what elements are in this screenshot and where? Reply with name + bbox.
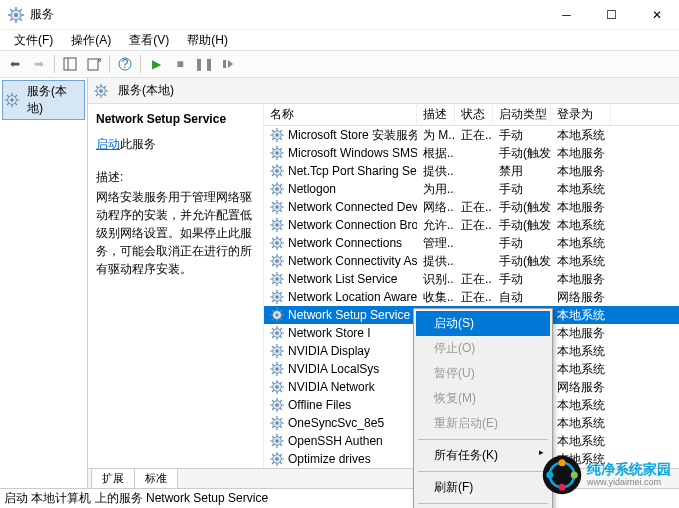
menu-help[interactable]: 帮助(H): [179, 30, 236, 51]
help-button[interactable]: ?: [114, 53, 136, 75]
menu-item: 暂停(U): [416, 361, 550, 386]
tab-extended[interactable]: 扩展: [91, 468, 135, 488]
minimize-button[interactable]: ─: [544, 0, 589, 30]
svg-point-10: [546, 472, 553, 479]
service-row[interactable]: Network List Service识别...正在...手动本地服务: [264, 270, 679, 288]
service-desc: 管理...: [417, 235, 455, 252]
start-service-button[interactable]: ▶: [145, 53, 167, 75]
selected-service-name: Network Setup Service: [96, 112, 255, 126]
service-starttype: 手动(触发...: [493, 217, 551, 234]
service-desc: 允许...: [417, 217, 455, 234]
svg-rect-4: [88, 59, 98, 70]
service-desc: 收集...: [417, 289, 455, 306]
service-desc: 网络...: [417, 199, 455, 216]
service-starttype: 手动: [493, 235, 551, 252]
service-logon: 本地系统: [551, 415, 611, 432]
start-service-link[interactable]: 启动: [96, 137, 120, 151]
menu-item: 重新启动(E): [416, 411, 550, 436]
service-logon: 本地系统: [551, 217, 611, 234]
description-text: 网络安装服务用于管理网络驱动程序的安装，并允许配置低级别网络设置。如果停止此服务…: [96, 188, 255, 278]
service-starttype: 手动: [493, 271, 551, 288]
menu-item[interactable]: 刷新(F): [416, 475, 550, 500]
service-logon: 网络服务: [551, 289, 611, 306]
service-desc: 为用...: [417, 181, 455, 198]
service-name: Network Setup Service: [288, 308, 410, 322]
navigation-pane: 服务(本地): [0, 78, 88, 488]
menu-file[interactable]: 文件(F): [6, 30, 61, 51]
nav-label: 服务(本地): [27, 83, 82, 117]
service-desc: 为 M...: [417, 127, 455, 144]
svg-rect-7: [223, 60, 226, 68]
col-status[interactable]: 状态: [455, 104, 493, 125]
menu-action[interactable]: 操作(A): [63, 30, 119, 51]
gear-icon: [270, 236, 284, 250]
tab-standard[interactable]: 标准: [134, 468, 178, 488]
service-name: OneSyncSvc_8e5: [288, 416, 384, 430]
service-row[interactable]: Microsoft Windows SMS ...根据...手动(触发...本地…: [264, 144, 679, 162]
gear-icon: [270, 380, 284, 394]
status-text: 启动 本地计算机 上的服务 Network Setup Service: [4, 490, 268, 507]
service-logon: 本地系统: [551, 433, 611, 450]
service-status: 正在...: [455, 199, 493, 216]
col-name[interactable]: 名称: [264, 104, 417, 125]
service-row[interactable]: Net.Tcp Port Sharing Ser...提供...禁用本地服务: [264, 162, 679, 180]
menu-view[interactable]: 查看(V): [121, 30, 177, 51]
gear-icon: [270, 182, 284, 196]
service-logon: 本地系统: [551, 235, 611, 252]
service-status: 正在...: [455, 127, 493, 144]
service-desc: 根据...: [417, 145, 455, 162]
close-button[interactable]: ✕: [634, 0, 679, 30]
back-button[interactable]: ⬅: [4, 53, 26, 75]
show-hide-tree-button[interactable]: [59, 53, 81, 75]
service-row[interactable]: Microsoft Store 安装服务为 M...正在...手动本地系统: [264, 126, 679, 144]
service-name: Network Connectivity Ass...: [288, 254, 417, 268]
service-logon: 本地系统: [551, 253, 611, 270]
gear-icon: [270, 362, 284, 376]
service-logon: 本地服务: [551, 271, 611, 288]
export-button[interactable]: [83, 53, 105, 75]
service-logon: 本地服务: [551, 145, 611, 162]
description-label: 描述:: [96, 169, 255, 186]
menu-item[interactable]: 所有任务(K): [416, 443, 550, 468]
menu-item[interactable]: 启动(S): [416, 311, 550, 336]
service-logon: 本地服务: [551, 199, 611, 216]
col-starttype[interactable]: 启动类型: [493, 104, 551, 125]
service-row[interactable]: Network Connectivity Ass...提供...手动(触发...…: [264, 252, 679, 270]
service-row[interactable]: Network Connections管理...手动本地系统: [264, 234, 679, 252]
service-logon: 本地系统: [551, 361, 611, 378]
gear-icon: [270, 146, 284, 160]
watermark-name: 纯净系统家园: [587, 462, 671, 477]
col-desc[interactable]: 描述: [417, 104, 455, 125]
gear-icon: [270, 164, 284, 178]
svg-point-11: [571, 472, 578, 479]
service-row[interactable]: Network Connection Bro...允许...正在...手动(触发…: [264, 216, 679, 234]
service-name: Offline Files: [288, 398, 351, 412]
service-name: Network Connected Devi...: [288, 200, 417, 214]
pause-service-button[interactable]: ❚❚: [193, 53, 215, 75]
menu-item: 停止(O): [416, 336, 550, 361]
gear-icon: [94, 84, 108, 98]
service-name: Optimize drives: [288, 452, 371, 466]
stop-service-button[interactable]: ■: [169, 53, 191, 75]
svg-point-12: [559, 459, 566, 466]
col-logon[interactable]: 登录为: [551, 104, 611, 125]
nav-services-local[interactable]: 服务(本地): [2, 80, 85, 120]
service-row[interactable]: Network Location Aware...收集...正在...自动网络服…: [264, 288, 679, 306]
gear-icon: [270, 290, 284, 304]
menu-item: 恢复(M): [416, 386, 550, 411]
service-name: Netlogon: [288, 182, 336, 196]
service-starttype: 自动: [493, 289, 551, 306]
gear-icon: [270, 326, 284, 340]
service-row[interactable]: Network Connected Devi...网络...正在...手动(触发…: [264, 198, 679, 216]
gear-icon: [270, 344, 284, 358]
maximize-button[interactable]: ☐: [589, 0, 634, 30]
service-row[interactable]: Netlogon为用...手动本地系统: [264, 180, 679, 198]
gear-icon: [270, 200, 284, 214]
svg-text:?: ?: [122, 57, 129, 71]
service-name: Net.Tcp Port Sharing Ser...: [288, 164, 417, 178]
service-logon: 本地系统: [551, 343, 611, 360]
watermark: 纯净系统家园 www.yidaimei.com: [541, 454, 671, 496]
forward-button[interactable]: ➡: [28, 53, 50, 75]
service-starttype: 手动(触发...: [493, 199, 551, 216]
restart-service-button[interactable]: [217, 53, 239, 75]
